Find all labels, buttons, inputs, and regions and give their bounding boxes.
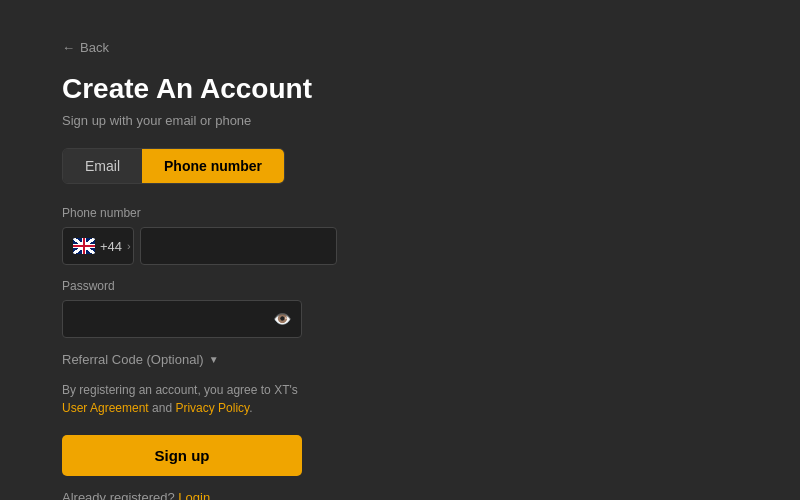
back-label: Back [80,40,109,55]
phone-label: Phone number [62,206,302,220]
tab-group: Email Phone number [62,148,285,184]
login-link[interactable]: Login [178,490,210,500]
uk-flag-icon [73,238,95,254]
phone-field-group: Phone number +44 › [62,206,302,265]
back-link[interactable]: ← Back [62,40,109,55]
country-chevron-icon: › [127,240,131,252]
login-prompt-text: Already registered? [62,490,175,500]
eye-icon[interactable]: 👁️ [273,310,292,328]
phone-input-row: +44 › [62,227,302,265]
terms-suffix: . [249,401,252,415]
page-subtitle: Sign up with your email or phone [62,113,738,128]
form-section: Phone number +44 › [62,206,302,500]
tab-phone[interactable]: Phone number [142,149,284,183]
terms-conjunction: and [149,401,176,415]
signup-button[interactable]: Sign up [62,435,302,476]
page-title: Create An Account [62,73,738,105]
password-field-group: Password 👁️ [62,279,302,338]
referral-label: Referral Code (Optional) [62,352,204,367]
password-label: Password [62,279,302,293]
password-wrapper: 👁️ [62,300,302,338]
back-arrow-icon: ← [62,40,75,55]
tab-email[interactable]: Email [63,149,142,183]
terms-text: By registering an account, you agree to … [62,381,302,417]
user-agreement-link[interactable]: User Agreement [62,401,149,415]
privacy-policy-link[interactable]: Privacy Policy [175,401,249,415]
login-prompt: Already registered? Login [62,490,302,500]
phone-number-input[interactable] [140,227,337,265]
password-input[interactable] [62,300,302,338]
referral-chevron-icon: ▼ [209,354,219,365]
terms-prefix: By registering an account, you agree to … [62,383,298,397]
referral-toggle[interactable]: Referral Code (Optional) ▼ [62,352,302,367]
country-code: +44 [100,239,122,254]
country-selector[interactable]: +44 › [62,227,134,265]
page-container: ← Back Create An Account Sign up with yo… [0,0,800,500]
